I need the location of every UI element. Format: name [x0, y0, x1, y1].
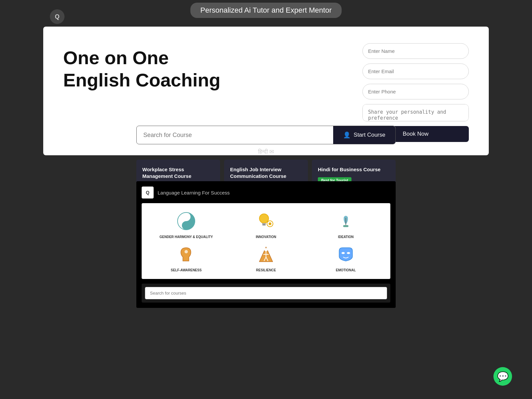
svg-rect-5 — [262, 224, 266, 225]
email-input[interactable] — [362, 64, 469, 79]
yin-yang-icon — [175, 210, 198, 232]
svg-rect-8 — [343, 225, 348, 227]
personality-input[interactable] — [362, 104, 469, 121]
embedded-title-text: Language Learning For Success — [158, 190, 230, 196]
search-input[interactable] — [137, 126, 333, 144]
search-section: 👤 Start Course हिन्दी ✉ — [136, 126, 396, 155]
person-mountain-icon — [255, 243, 277, 266]
course-title-1: English Job Interview Communication Cour… — [230, 166, 302, 179]
embedded-search-input[interactable] — [145, 287, 387, 299]
person-icon: 👤 — [343, 131, 350, 139]
skill-item-3: SELF-AWARENESS — [148, 243, 224, 272]
hero-title: One on One English Coaching — [63, 47, 349, 91]
header-pill: Personalized Ai Tutor and Expert Mentor — [191, 3, 342, 18]
skill-item-1: INNOVATION — [228, 210, 304, 239]
svg-point-12 — [264, 248, 268, 251]
embedded-image-area: GENDER HARMONY & EQUALITY INNOVATION — [142, 203, 390, 279]
lightbulb-gear-icon — [255, 210, 277, 232]
plant-bulb-icon — [334, 210, 357, 232]
whatsapp-button[interactable]: 💬 — [493, 367, 512, 386]
skill-item-4: RESILIENCE — [228, 243, 304, 272]
skills-grid: GENDER HARMONY & EQUALITY INNOVATION — [148, 210, 384, 272]
phone-input[interactable] — [362, 84, 469, 99]
svg-rect-4 — [262, 223, 266, 224]
embedded-header: Q Language Learning For Success — [142, 187, 390, 199]
lang-indicator: हिन्दी ✉ — [136, 148, 396, 155]
skill-label-2: IDEATION — [338, 235, 353, 239]
skill-label-4: RESILIENCE — [256, 268, 276, 272]
skill-item-2: IDEATION — [308, 210, 384, 239]
svg-point-18 — [347, 252, 350, 254]
start-course-button[interactable]: 👤 Start Course — [333, 126, 395, 144]
embedded-logo: Q — [142, 187, 154, 199]
hero-text: One on One English Coaching — [63, 40, 349, 91]
skill-label-1: INNOVATION — [256, 235, 276, 239]
embedded-section: Q Language Learning For Success GENDER H… — [136, 181, 396, 308]
search-bar: 👤 Start Course — [136, 126, 396, 144]
head-profile-icon — [175, 243, 198, 266]
svg-point-2 — [185, 224, 188, 227]
svg-point-17 — [341, 252, 345, 254]
mask-icon — [334, 243, 357, 266]
svg-point-7 — [269, 222, 271, 225]
name-input[interactable] — [362, 43, 469, 59]
skill-item-0: GENDER HARMONY & EQUALITY — [148, 210, 224, 239]
skill-label-0: GENDER HARMONY & EQUALITY — [160, 235, 213, 239]
svg-point-1 — [185, 215, 188, 218]
skill-label-5: EMOTIONAL — [336, 268, 356, 272]
svg-point-3 — [259, 214, 269, 223]
skill-item-5: EMOTIONAL — [308, 243, 384, 272]
svg-point-10 — [185, 250, 188, 253]
skill-label-3: SELF-AWARENESS — [171, 268, 202, 272]
course-title-0: Workplace Stress Management Course — [142, 166, 214, 179]
logo-icon: Q — [50, 9, 65, 24]
course-title-2: Hindi for Business Course — [318, 166, 390, 173]
embedded-search-area — [142, 284, 390, 303]
whatsapp-icon: 💬 — [497, 371, 509, 382]
